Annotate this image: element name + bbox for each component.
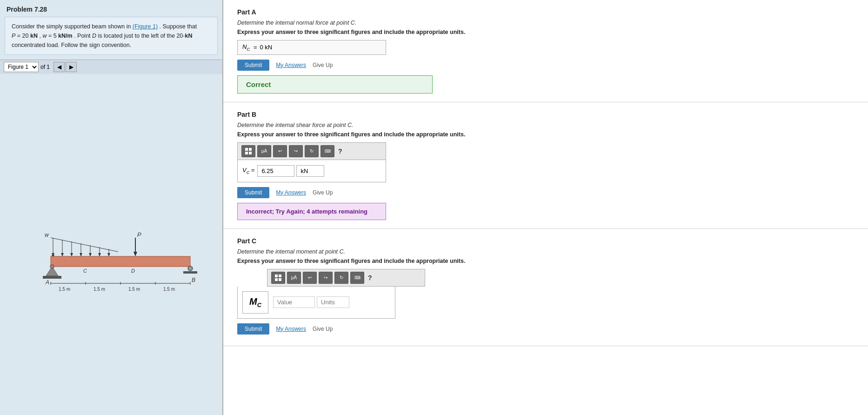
description-line2: P = 20 kN , w = 5 kN/m . Point D is loca… bbox=[12, 33, 192, 39]
part-a-submit-btn[interactable]: Submit bbox=[237, 60, 269, 71]
part-a-answer-value: 0 kN bbox=[260, 44, 272, 51]
part-a-answer-box: NC = 0 kN bbox=[237, 40, 386, 55]
part-b-toolbar-help[interactable]: ? bbox=[338, 147, 342, 155]
figure-controls: Figure 1 of 1 ◀ ▶ bbox=[0, 60, 222, 74]
description-line3: concentrated load. Follow the sign conve… bbox=[12, 42, 131, 48]
svg-rect-56 bbox=[245, 152, 248, 154]
part-b-toolbar-undo-btn[interactable]: ↩ bbox=[273, 145, 287, 157]
part-c-units-input[interactable] bbox=[317, 296, 349, 308]
part-a-correct-banner: Correct bbox=[237, 75, 433, 94]
part-b-vc-label: VC = bbox=[242, 167, 254, 175]
part-b-math-toolbar: μA ↩ ↪ ↻ ⌨ ? bbox=[237, 142, 386, 160]
figure-prev-btn[interactable]: ◀ bbox=[53, 62, 65, 72]
svg-text:1.5 m: 1.5 m bbox=[59, 287, 70, 292]
part-b-toolbar-grid-btn[interactable] bbox=[241, 145, 255, 157]
part-a-instruction: Express your answer to three significant… bbox=[237, 29, 854, 35]
part-b-my-answers-link[interactable]: My Answers bbox=[276, 189, 306, 196]
svg-rect-54 bbox=[245, 148, 248, 151]
svg-rect-57 bbox=[249, 152, 252, 154]
part-c-toolbar-help[interactable]: ? bbox=[368, 274, 372, 281]
problem-description: Consider the simply supported beam shown… bbox=[5, 17, 218, 55]
part-a-label: Part A bbox=[237, 8, 854, 16]
part-c-question: Determine the internal moment at point C… bbox=[237, 248, 854, 255]
svg-rect-61 bbox=[279, 278, 281, 281]
svg-text:1.5 m: 1.5 m bbox=[93, 287, 105, 292]
svg-text:C: C bbox=[83, 268, 87, 274]
part-b-question: Determine the internal shear force at po… bbox=[237, 122, 854, 128]
part-b-units-input[interactable] bbox=[296, 165, 324, 177]
part-a-question: Determine the internal normal force at p… bbox=[237, 20, 854, 26]
part-b-give-up-link[interactable]: Give Up bbox=[313, 189, 333, 196]
svg-text:1.5 m: 1.5 m bbox=[128, 287, 140, 292]
part-c-toolbar-refresh-btn[interactable]: ↻ bbox=[334, 272, 348, 284]
description-text-1: Consider the simply supported beam shown… bbox=[12, 23, 133, 30]
part-c-toolbar-keyboard-btn[interactable]: ⌨ bbox=[350, 272, 364, 284]
beam-diagram: w P A bbox=[25, 191, 197, 298]
part-c-label: Part C bbox=[237, 237, 854, 245]
part-c-toolbar-grid-btn[interactable] bbox=[271, 272, 285, 284]
part-a-my-answers-link[interactable]: My Answers bbox=[276, 62, 306, 68]
svg-rect-55 bbox=[249, 148, 252, 151]
svg-text:1.5 m: 1.5 m bbox=[163, 287, 175, 292]
part-b-submit-btn[interactable]: Submit bbox=[237, 187, 269, 198]
left-panel: Problem 7.28 Consider the simply support… bbox=[0, 0, 223, 415]
figure-area: w P A bbox=[0, 74, 222, 415]
part-b-toolbar-refresh-btn[interactable]: ↻ bbox=[305, 145, 319, 157]
svg-rect-59 bbox=[279, 274, 281, 277]
svg-point-31 bbox=[188, 266, 193, 271]
figure-next-btn[interactable]: ▶ bbox=[66, 62, 77, 72]
svg-text:B: B bbox=[192, 277, 195, 283]
part-c-mc-label: MC bbox=[242, 291, 268, 314]
part-b-toolbar-redo-btn[interactable]: ↪ bbox=[289, 145, 303, 157]
part-b-toolbar-mu-btn[interactable]: μA bbox=[257, 145, 271, 157]
part-c-instruction: Express your answer to three significant… bbox=[237, 258, 854, 264]
svg-text:w: w bbox=[45, 232, 49, 238]
svg-text:D: D bbox=[131, 268, 135, 274]
part-a-equals: = bbox=[254, 44, 257, 51]
part-c-my-answers-link[interactable]: My Answers bbox=[276, 326, 306, 332]
part-c-submit-row: Submit My Answers Give Up bbox=[237, 323, 854, 335]
part-a-submit-row: Submit My Answers Give Up bbox=[237, 60, 854, 71]
part-c-value-input[interactable] bbox=[273, 296, 315, 308]
svg-rect-58 bbox=[275, 274, 278, 277]
part-c-section: Part C Determine the internal moment at … bbox=[223, 229, 868, 346]
part-b-submit-row: Submit My Answers Give Up bbox=[237, 187, 854, 198]
right-panel: Part A Determine the internal normal for… bbox=[223, 0, 868, 415]
svg-text:A: A bbox=[45, 279, 49, 286]
svg-rect-60 bbox=[275, 278, 278, 281]
part-c-toolbar-undo-btn[interactable]: ↩ bbox=[303, 272, 317, 284]
part-b-label: Part B bbox=[237, 111, 854, 118]
part-a-answer-label: NC bbox=[242, 43, 250, 52]
svg-rect-20 bbox=[51, 256, 190, 267]
figure-select[interactable]: Figure 1 bbox=[4, 62, 39, 72]
part-c-math-toolbar: μA ↩ ↪ ↻ ⌨ ? bbox=[267, 269, 425, 287]
description-text-2: . Suppose that bbox=[160, 23, 197, 30]
part-b-instruction: Express your answer to three significant… bbox=[237, 131, 854, 138]
part-c-give-up-link[interactable]: Give Up bbox=[313, 326, 333, 332]
part-a-section: Part A Determine the internal normal for… bbox=[223, 0, 868, 102]
figure-of-label: of 1 bbox=[40, 64, 50, 70]
figure-link[interactable]: (Figure 1) bbox=[133, 23, 158, 30]
part-b-toolbar-keyboard-btn[interactable]: ⌨ bbox=[320, 145, 334, 157]
part-c-input-area: MC bbox=[237, 287, 395, 319]
part-b-value-input[interactable] bbox=[257, 165, 294, 177]
problem-title: Problem 7.28 bbox=[0, 0, 222, 17]
part-b-input-area: VC = bbox=[237, 160, 386, 182]
part-c-toolbar-redo-btn[interactable]: ↪ bbox=[319, 272, 333, 284]
svg-text:P: P bbox=[137, 231, 141, 238]
part-c-toolbar-mu-btn[interactable]: μA bbox=[287, 272, 301, 284]
part-a-give-up-link[interactable]: Give Up bbox=[313, 62, 333, 68]
part-c-submit-btn[interactable]: Submit bbox=[237, 323, 269, 335]
part-b-section: Part B Determine the internal shear forc… bbox=[223, 102, 868, 229]
part-b-incorrect-banner: Incorrect; Try Again; 4 attempts remaini… bbox=[237, 203, 386, 220]
